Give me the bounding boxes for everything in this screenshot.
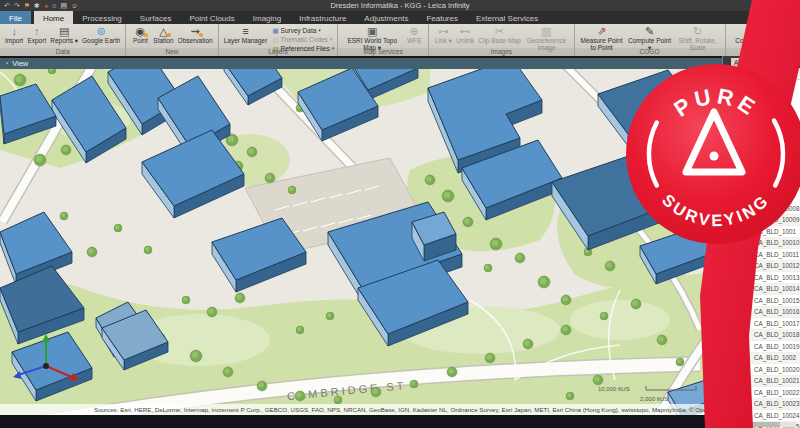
table-row[interactable]: 2013CA_BLD_10023 (723, 399, 800, 411)
tab-file[interactable]: File (0, 11, 31, 24)
table-row[interactable]: 2013CA_BLD_10012 (723, 261, 800, 273)
georeference-image-icon: ▥ (541, 25, 551, 37)
wfs-icon: ⊕ (410, 25, 419, 37)
ribbon-group-label: Map Services (338, 48, 428, 56)
cell-year: 2013 (723, 389, 754, 396)
title-bar: ↶↷⚑✱●⌂▤☺ Dresden Informatika - KGG - Lei… (0, 0, 800, 11)
table-row[interactable]: 2013CA_BLD_10010 (723, 238, 800, 250)
map-view[interactable]: CAMBRIDGE ST Donahue 10,000 ftUS 2,000 f… (0, 69, 722, 415)
undo-icon[interactable]: ↶ (4, 1, 10, 11)
cell-year: 2013 (723, 251, 754, 258)
compute-project-coordinates-icon: ⊞ (755, 25, 764, 37)
map-attribution: Sources: Esri, HERE, DeLorme, Intermap, … (0, 404, 722, 415)
grid-icon[interactable]: ▦ (729, 69, 736, 78)
pin-icon[interactable]: ⚑ (24, 1, 30, 11)
cell-year: 2013 (723, 354, 754, 361)
table-row[interactable]: 2013CA_BLD_1002 (723, 353, 800, 365)
table-row[interactable]: 2013CA_BLD_10011 (723, 249, 800, 261)
point-icon: ◉ (136, 25, 146, 37)
scrollbar-handle[interactable] (742, 422, 780, 427)
table-row[interactable]: 2013CA_BLD_10013 (723, 272, 800, 284)
ribbon-button-import[interactable]: ↓Import (3, 25, 25, 45)
feedback-icon[interactable]: ☺ (71, 1, 78, 11)
table-row[interactable]: 2013CA_BLD_10009 (723, 215, 800, 227)
ribbon-menu-survey-data[interactable]: ▦Survey Data▾ (272, 27, 334, 34)
table-row[interactable]: 2013CA_BLD_10014 (723, 284, 800, 296)
table-row[interactable]: 2013CA_BLD_10020 (723, 364, 800, 376)
panel-tab-amb3d-citywide[interactable]: AMB3D_Cityw (731, 58, 779, 68)
observation-icon: ⇝ (191, 25, 200, 37)
tab-adjustments[interactable]: Adjustments (355, 11, 417, 24)
ribbon-button-observation[interactable]: ⇝Observation (176, 25, 215, 45)
import-icon: ↓ (11, 25, 17, 37)
cell-year: 2013 (723, 331, 754, 338)
ribbon-button-reports[interactable]: ▤Reports ▾ (48, 25, 80, 45)
view-tab-label: View (12, 58, 28, 69)
table-row[interactable]: 2013CA_BLD_10008 (723, 203, 800, 215)
cell-year: 2013 (723, 297, 754, 304)
cell-year: 2013 (723, 320, 754, 327)
table-row[interactable]: 2013CA_BLD_10016 (723, 307, 800, 319)
tab-point-clouds[interactable]: Point Clouds (180, 11, 243, 24)
record-icon[interactable]: ● (44, 1, 48, 11)
cell-building-id: CA_BLD_10008 (754, 205, 800, 212)
cell-building-id: CA_BLD_10022 (754, 389, 800, 396)
ribbon-button-label: Clip Base Map (478, 38, 520, 45)
ribbon-button-point[interactable]: ◉Point (129, 25, 151, 45)
table-row[interactable]: 2013CA_BLD_10024 (723, 410, 800, 422)
cell-building-id: CA_BLD_10021 (754, 377, 800, 384)
cell-building-id: CA_BLD_10011 (754, 251, 800, 258)
thematic-codes-icon: ▨ (272, 36, 278, 43)
tab-processing[interactable]: Processing (73, 11, 131, 24)
home-icon[interactable]: ⌂ (52, 1, 56, 11)
quick-access-toolbar: ↶↷⚑✱●⌂▤☺ (0, 1, 78, 11)
cell-building-id: CA_BLD_10017 (754, 320, 800, 327)
sort-icon[interactable]: ⇅ (741, 69, 747, 78)
tab-home[interactable]: Home (34, 11, 73, 24)
ribbon-group-cogo: ⇗Measure Point to Point✎Compute Point ▾↻… (575, 24, 726, 56)
ribbon-group-label: Coordinates (726, 48, 800, 56)
tab-external-services[interactable]: External Services (467, 11, 547, 24)
table-covered-area (723, 79, 800, 203)
view-tab-bar[interactable]: ▪ View (0, 58, 722, 69)
redo-icon[interactable]: ↷ (14, 1, 20, 11)
table-row[interactable]: 2013CA_BLD_10017 (723, 318, 800, 330)
ribbon-menu-label: Survey Data (281, 27, 317, 34)
ribbon-group-label: Images (429, 48, 573, 56)
gear-icon[interactable]: ✱ (34, 1, 40, 11)
cell-year: 2013 (723, 285, 754, 292)
ribbon-button-unlink: ⊷Unlink (454, 25, 476, 45)
attribute-table[interactable]: 2013CA_BLD_100082013CA_BLD_100092013CA_B… (723, 79, 800, 428)
ribbon-button-export[interactable]: ↑Export (25, 25, 48, 45)
esri-world-topo-map-icon: ▣ (367, 25, 377, 37)
close-icon[interactable]: ✕ (793, 57, 799, 65)
table-row[interactable]: 2013CA_BLD_10021 (723, 376, 800, 388)
shift-rotate-scale-icon: ↻ (693, 25, 702, 37)
cell-building-id: CA_BLD_10015 (754, 297, 800, 304)
filter-icon[interactable]: Y (752, 69, 757, 78)
ribbon-button-google-earth[interactable]: ⊚Google Earth (80, 25, 122, 45)
map-canvas[interactable]: CAMBRIDGE ST Donahue 10,000 ftUS 2,000 f… (0, 69, 722, 415)
horizontal-scrollbar[interactable] (727, 422, 796, 427)
ribbon-menu-thematic-codes: ▨Thematic Codes▾ (272, 36, 334, 43)
table-row[interactable]: 2013CA_BLD_1001 (723, 226, 800, 238)
ribbon-button-station[interactable]: △Station (151, 25, 175, 45)
window-title: Dresden Informatika - KGG - Leica Infini… (0, 0, 800, 11)
cell-building-id: CA_BLD_10012 (754, 262, 800, 269)
tab-features[interactable]: Features (417, 11, 467, 24)
ribbon-group-images: ⊶Link ▾⊷Unlink✂Clip Base Map▥Georeferenc… (429, 24, 574, 56)
tab-imaging[interactable]: Imaging (244, 11, 290, 24)
table-row[interactable]: 2013CA_BLD_10019 (723, 341, 800, 353)
ribbon-button-layer-manager[interactable]: ≡Layer Manager (222, 25, 270, 45)
tab-infrastructure[interactable]: Infrastructure (290, 11, 355, 24)
table-row[interactable]: 2013CA_BLD_10022 (723, 387, 800, 399)
table-row[interactable]: 2013CA_BLD_10018 (723, 330, 800, 342)
ribbon-button-clip-base-map: ✂Clip Base Map (476, 25, 522, 45)
table-row[interactable]: 2013CA_BLD_10015 (723, 295, 800, 307)
cell-building-id: CA_BLD_10009 (754, 216, 800, 223)
cell-building-id: CA_BLD_10020 (754, 366, 800, 373)
tab-surfaces[interactable]: Surfaces (131, 11, 181, 24)
grid-icon[interactable]: ▤ (60, 1, 67, 11)
cell-year: 2013 (723, 400, 754, 407)
cell-building-id: CA_BLD_1001 (754, 228, 800, 235)
